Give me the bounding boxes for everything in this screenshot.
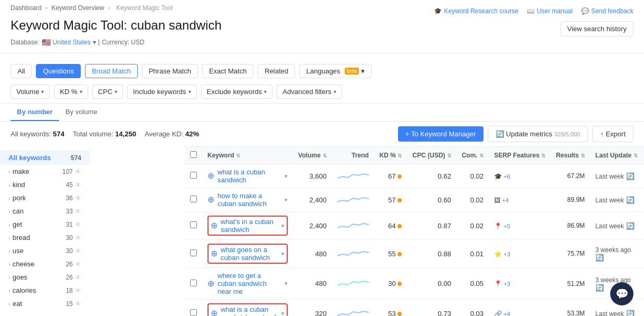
manual-icon: 📖 <box>527 7 535 15</box>
nav-item-cheese[interactable]: › cheese 26 👁 <box>0 257 90 271</box>
keyword-link[interactable]: what is a cuban sandwich made of <box>221 305 278 316</box>
tab-by-volume[interactable]: By volume <box>59 104 104 121</box>
col-serp[interactable]: SERP Features ⇅ <box>489 147 551 164</box>
keyword-link[interactable]: how to make a cuban sandwich <box>217 192 281 208</box>
course-icon: 🎓 <box>434 7 442 15</box>
keyword-research-course-link[interactable]: 🎓 Keyword Research course <box>434 7 518 15</box>
row-checkbox[interactable] <box>190 196 197 202</box>
keyword-dropdown-icon[interactable]: ▾ <box>281 222 285 229</box>
tab-questions[interactable]: Questions <box>36 64 81 78</box>
keyword-link[interactable]: what's in a cuban sandwich <box>221 218 278 234</box>
tab-languages[interactable]: Languages beta ▾ <box>299 64 372 78</box>
export-button[interactable]: ↑ Export <box>592 126 633 142</box>
keyword-dropdown-icon[interactable]: ▾ <box>281 250 285 257</box>
keyword-link[interactable]: where to get a cuban sandwich near me <box>217 272 281 295</box>
row-checkbox-cell[interactable] <box>185 268 202 300</box>
nav-item-get[interactable]: › get 31 👁 <box>0 218 90 231</box>
add-keyword-icon[interactable]: ⊕ <box>211 221 217 230</box>
all-keywords-value: 574 <box>53 130 64 138</box>
col-results[interactable]: Results ⇅ <box>551 147 590 164</box>
exclude-keywords-filter[interactable]: Exclude keywords <box>201 85 273 99</box>
user-manual-link[interactable]: 📖 User manual <box>527 7 573 15</box>
volume-filter[interactable]: Volume <box>11 85 50 99</box>
nav-item-kind[interactable]: › kind 45 👁 <box>0 178 90 191</box>
refresh-icon[interactable]: 🔄 <box>626 172 634 180</box>
kd-cell: 64 <box>374 212 408 240</box>
add-keyword-icon[interactable]: ⊕ <box>211 249 217 258</box>
row-checkbox[interactable] <box>190 172 197 179</box>
row-checkbox-cell[interactable] <box>185 300 202 317</box>
tab-by-number[interactable]: By number <box>11 104 59 121</box>
nav-item-goes[interactable]: › goes 26 👁 <box>0 271 90 284</box>
row-checkbox-cell[interactable] <box>185 188 202 212</box>
select-all-checkbox[interactable] <box>190 151 197 158</box>
tab-all[interactable]: All <box>11 64 32 78</box>
refresh-icon[interactable]: 🔄 <box>626 310 634 317</box>
row-checkbox-cell[interactable] <box>185 240 202 268</box>
advanced-filters[interactable]: Advanced filters <box>277 85 342 99</box>
stats-row: All keywords: 574 Total volume: 14,250 A… <box>0 122 644 146</box>
nav-all-keywords[interactable]: All keywords 574 <box>0 151 90 165</box>
beta-badge: beta <box>345 68 359 75</box>
nav-item-calories[interactable]: › calories 18 👁 <box>0 284 90 297</box>
select-all-checkbox-header[interactable] <box>185 147 202 164</box>
row-checkbox[interactable] <box>190 221 197 228</box>
row-checkbox[interactable] <box>190 309 197 316</box>
nav-item-eat[interactable]: › eat 15 👁 <box>0 297 90 310</box>
highlighted-keyword: ⊕ what is a cuban sandwich made of ▾ <box>207 303 288 316</box>
col-keyword[interactable]: Keyword ⇅ <box>202 147 293 164</box>
update-counter: 329/5,000 <box>554 131 580 137</box>
add-keyword-icon[interactable]: ⊕ <box>207 280 214 288</box>
keyword-cell: ⊕ how to make a cuban sandwich ▾ <box>202 188 293 212</box>
table-row: ⊕ what's in a cuban sandwich ▾ 2,400 64 … <box>185 212 644 240</box>
row-checkbox[interactable] <box>190 249 197 256</box>
keyword-link[interactable]: what goes on a cuban sandwich <box>221 246 278 262</box>
keyword-dropdown-icon[interactable]: ▾ <box>285 173 288 180</box>
last-update-cell: Last week 🔄 <box>590 164 644 188</box>
refresh-icon[interactable]: 🔄 <box>595 284 604 292</box>
keyword-dropdown-icon[interactable]: ▾ <box>281 310 285 317</box>
add-keyword-icon[interactable]: ⊕ <box>211 309 217 316</box>
breadcrumb-dashboard[interactable]: Dashboard <box>11 4 42 12</box>
col-last-update[interactable]: Last Update ⇅ <box>590 147 644 164</box>
col-trend[interactable]: Trend <box>332 147 374 164</box>
to-keyword-manager-button[interactable]: + To Keyword Manager <box>398 126 484 142</box>
col-volume[interactable]: Volume ⇅ <box>293 147 332 164</box>
update-metrics-button[interactable]: 🔄 Update metrics 329/5,000 <box>488 126 588 142</box>
database-country-link[interactable]: United States <box>53 39 91 46</box>
cpc-filter[interactable]: CPC <box>92 85 123 99</box>
col-kd[interactable]: KD % ⇅ <box>374 147 408 164</box>
tab-phrase-match[interactable]: Phrase Match <box>142 64 198 78</box>
row-checkbox-cell[interactable] <box>185 164 202 188</box>
keyword-dropdown-icon[interactable]: ▾ <box>285 280 288 287</box>
nav-item-can[interactable]: › can 33 👁 <box>0 205 90 218</box>
nav-item-pork[interactable]: › pork 36 👁 <box>0 191 90 205</box>
com-cell: 0.02 <box>457 164 489 188</box>
total-volume-value: 14,250 <box>115 130 136 138</box>
kd-filter[interactable]: KD % <box>54 85 88 99</box>
row-checkbox[interactable] <box>190 280 197 286</box>
row-checkbox-cell[interactable] <box>185 212 202 240</box>
add-keyword-icon[interactable]: ⊕ <box>207 172 214 180</box>
keyword-link[interactable]: what is a cuban sandwich <box>217 168 281 184</box>
chat-button[interactable]: 💬 <box>610 282 633 305</box>
add-keyword-icon[interactable]: ⊕ <box>207 196 214 204</box>
view-search-history-button[interactable]: View search history <box>561 21 633 36</box>
nav-item-bread[interactable]: › bread 30 👁 <box>0 231 90 244</box>
include-keywords-filter[interactable]: Include keywords <box>127 85 196 99</box>
col-cpc[interactable]: CPC (USD) ⇅ <box>407 147 456 164</box>
refresh-icon[interactable]: 🔄 <box>626 196 634 204</box>
nav-item-use[interactable]: › use 30 👁 <box>0 244 90 257</box>
refresh-icon[interactable]: 🔄 <box>626 222 634 230</box>
nav-all-keywords-count: 574 <box>71 154 81 162</box>
tab-related[interactable]: Related <box>258 64 295 78</box>
tab-broad-match[interactable]: Broad Match <box>85 64 138 78</box>
tab-exact-match[interactable]: Exact Match <box>202 64 254 78</box>
refresh-icon[interactable]: 🔄 <box>595 254 604 262</box>
nav-item-make[interactable]: › make 107 👁 <box>0 165 90 178</box>
tab-filter-row: All Questions Broad Match Phrase Match E… <box>0 60 644 82</box>
keyword-dropdown-icon[interactable]: ▾ <box>285 197 288 203</box>
breadcrumb-keyword-overview[interactable]: Keyword Overview <box>51 4 104 12</box>
col-com[interactable]: Com. ⇅ <box>457 147 489 164</box>
send-feedback-link[interactable]: 💬 Send feedback <box>581 7 633 15</box>
